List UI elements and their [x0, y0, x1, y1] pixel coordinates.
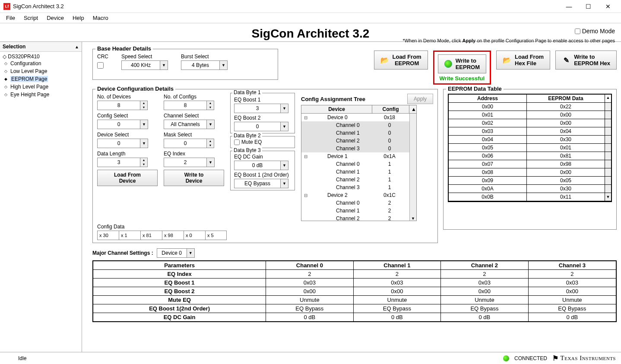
menubar: File Script Device Help Macro: [0, 13, 621, 23]
sidebar-item-eye-height-page[interactable]: Eye Height Page: [1, 91, 81, 98]
tree-row[interactable]: Channel 31: [301, 184, 416, 191]
tree-row[interactable]: Channel 01: [301, 160, 416, 168]
eq-dc-gain-select[interactable]: ▼: [234, 161, 291, 170]
tree-row[interactable]: Channel 20: [301, 137, 416, 145]
tree-row[interactable]: Channel 10: [301, 129, 416, 137]
chevron-down-icon[interactable]: ▼: [220, 60, 228, 70]
load-from-eeprom-button[interactable]: 📂 Load FromEEPROM: [374, 51, 428, 70]
maximize-button[interactable]: ☐: [579, 0, 598, 13]
menu-script[interactable]: Script: [19, 13, 42, 22]
config-data-cell[interactable]: x 98: [162, 231, 184, 240]
menu-macro[interactable]: Macro: [89, 13, 113, 22]
eeprom-row[interactable]: 0x0A0x30: [449, 185, 611, 193]
scroll-up-icon[interactable]: ▲: [409, 105, 416, 113]
sidebar-item-eeprom-page[interactable]: EEPROM Page: [1, 75, 81, 83]
tree-row[interactable]: Channel 00: [301, 121, 416, 129]
eeprom-row[interactable]: 0x030x04: [449, 127, 611, 136]
sidebar: Selection ▲ ◇ DS320PR410 ConfigurationLo…: [0, 42, 82, 352]
titlebar: Lf SigCon Architect 3.2 — ☐ ✕: [0, 0, 621, 13]
major-device-select[interactable]: ▼: [157, 248, 195, 258]
config-data-cell[interactable]: x 5: [205, 231, 227, 240]
scroll-up-icon[interactable]: ▲: [605, 95, 611, 102]
eq-boost1-2nd-select[interactable]: ▼: [234, 179, 291, 188]
config-data-row[interactable]: x 30x 1x 81x 98x 0x 5: [97, 231, 227, 240]
tree-row[interactable]: ⊟Device 00x18: [301, 114, 416, 121]
eq-boost1-select[interactable]: ▼: [234, 104, 291, 113]
config-data-cell[interactable]: x 0: [184, 231, 205, 240]
tree-row[interactable]: Channel 21: [301, 176, 416, 184]
tree-row[interactable]: Channel 30: [301, 145, 416, 152]
sidebar-item-high-level-page[interactable]: High Level Page: [1, 83, 81, 91]
settings-row: EQ Boost 1(2nd Order)EQ BypassEQ BypassE…: [93, 304, 616, 313]
statusbar: Idle CONNECTED ⚑Texas Instruments: [0, 352, 621, 364]
device-select[interactable]: ▼: [97, 139, 158, 148]
eeprom-row[interactable]: 0x080x00: [449, 168, 611, 177]
tree-row[interactable]: ⊟Device 10x1A: [301, 152, 416, 160]
demo-mode-checkbox[interactable]: [575, 28, 580, 34]
burst-select[interactable]: ▼: [181, 60, 228, 70]
eeprom-row[interactable]: 0x010x00: [449, 111, 611, 119]
tree-row[interactable]: Channel 22: [301, 215, 416, 221]
app-icon: Lf: [3, 3, 10, 10]
speed-select[interactable]: ▼: [121, 60, 168, 70]
sidebar-item-low-level-page[interactable]: Low Level Page: [1, 67, 81, 75]
chevron-down-icon[interactable]: ▼: [160, 60, 168, 70]
eeprom-row[interactable]: 0x090x05: [449, 177, 611, 185]
config-tree-title: Config Assignment Tree: [301, 96, 365, 102]
eeprom-row[interactable]: 0x060x81: [449, 152, 611, 160]
config-select[interactable]: ▼: [97, 120, 158, 129]
settings-row: EQ Boost 10x030x030x030x03: [93, 279, 616, 287]
connected-led-icon: [503, 355, 509, 361]
sidebar-item-configuration[interactable]: Configuration: [1, 60, 81, 67]
scroll-up-icon[interactable]: ▲: [75, 44, 79, 49]
no-configs-input[interactable]: ▲▼: [164, 101, 224, 110]
demo-mode-toggle[interactable]: Demo Mode: [575, 28, 615, 35]
scrollbar[interactable]: ▼: [409, 114, 416, 221]
menu-help[interactable]: Help: [68, 13, 89, 22]
write-to-eeprom-button[interactable]: Write toEEPROM: [438, 54, 486, 73]
eeprom-row[interactable]: 0x050x01: [449, 144, 611, 152]
write-to-device-button[interactable]: Write toDevice: [164, 170, 224, 186]
folder-open-icon: 📂: [503, 56, 511, 64]
header: SigCon Architect 3.2 Demo Mode *When in …: [0, 23, 621, 42]
base-header-group: Base Header Details CRC Speed Select ▼ B…: [92, 49, 278, 80]
menu-device[interactable]: Device: [42, 13, 68, 22]
close-button[interactable]: ✕: [598, 0, 618, 13]
sidebar-header: Selection ▲: [0, 42, 82, 52]
data-length-input[interactable]: ▲▼: [97, 158, 158, 167]
green-led-icon: [444, 60, 452, 68]
tree-row[interactable]: Channel 11: [301, 168, 416, 176]
write-eeprom-highlight: Write toEEPROM Write Successful: [433, 51, 491, 85]
status-idle: Idle: [18, 355, 26, 361]
eeprom-row[interactable]: 0x0B0x11▼: [449, 193, 611, 201]
menu-file[interactable]: File: [2, 13, 19, 22]
minimize-button[interactable]: —: [559, 0, 579, 13]
no-devices-input[interactable]: ▲▼: [97, 101, 158, 110]
config-assignment-tree[interactable]: Device Config ▲ ⊟Device 00x18Channel 00C…: [301, 105, 417, 221]
eq-boost2-select[interactable]: ▼: [234, 122, 291, 131]
eq-index-select[interactable]: ▼: [164, 158, 224, 167]
crc-checkbox[interactable]: [97, 62, 104, 69]
selection-tree: ◇ DS320PR410 ConfigurationLow Level Page…: [0, 52, 82, 100]
load-from-hex-button[interactable]: 📂 Load FromHex File: [496, 51, 550, 70]
tree-row[interactable]: Channel 12: [301, 207, 416, 215]
config-data-cell[interactable]: x 81: [140, 231, 162, 240]
tree-root[interactable]: ◇ DS320PR410: [1, 54, 81, 60]
apply-button[interactable]: Apply: [407, 94, 433, 104]
channel-select[interactable]: ▼: [164, 120, 224, 129]
config-data-cell[interactable]: x 30: [97, 231, 119, 240]
config-data-cell[interactable]: x 1: [119, 231, 140, 240]
eeprom-row[interactable]: 0x000x22: [449, 103, 611, 111]
write-to-eeprom-hex-button[interactable]: ✎ Write toEEPROM Hex: [555, 51, 617, 70]
eeprom-row[interactable]: 0x020x00: [449, 119, 611, 127]
load-from-device-button[interactable]: Load FromDevice: [97, 170, 158, 186]
settings-row: EQ Index2222: [93, 270, 616, 279]
mask-select-input[interactable]: ▲▼: [164, 139, 224, 148]
eeprom-row[interactable]: 0x070x98: [449, 160, 611, 168]
mute-eq-toggle[interactable]: Mute EQ: [234, 139, 291, 145]
eeprom-row[interactable]: 0x040x30: [449, 136, 611, 144]
tree-row[interactable]: Channel 02: [301, 199, 416, 207]
tree-row[interactable]: ⊟Device 20x1C: [301, 191, 416, 199]
speed-select-label: Speed Select: [121, 54, 168, 60]
eeprom-data-table[interactable]: Address EEPROM Data ▲ 0x000x220x010x000x…: [448, 94, 612, 202]
